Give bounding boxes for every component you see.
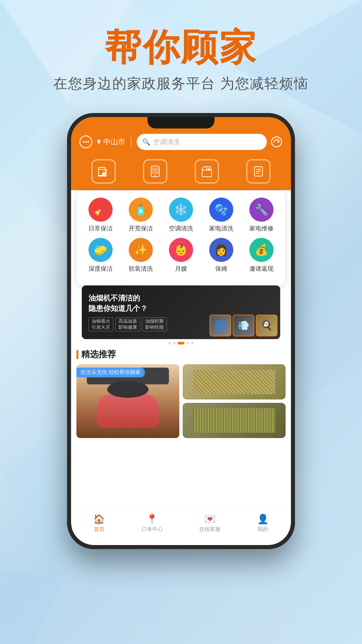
service-nanny[interactable]: 👩 保姆 — [204, 238, 238, 273]
services-card: 🧹 日常保洁 🧴 开荒保洁 ❄️ 空调清洗 — [76, 190, 286, 285]
tab-orders[interactable]: 📍 订单中心 — [141, 514, 163, 533]
orders-circle — [246, 159, 270, 183]
soft-decoration-icon: ✨ — [129, 238, 153, 262]
svg-point-13 — [85, 141, 87, 143]
deep-cleaning-label: 深度保洁 — [88, 265, 113, 273]
hero-subtitle: 在您身边的家政服务平台 为您减轻烦恼 — [53, 74, 309, 93]
featured-right-images — [183, 364, 286, 438]
search-bar[interactable]: 🔍 空调清洗 — [137, 134, 267, 150]
tab-service-label: 在线客服 — [199, 526, 221, 533]
banner-dots — [76, 342, 286, 344]
location-text: 中山市 — [103, 137, 125, 147]
service-maternity[interactable]: 👶 月嫂 — [164, 238, 198, 273]
soft-decoration-label: 软装清洗 — [129, 265, 153, 273]
banner-tag-2: 高温油蒸影响健康 — [115, 317, 140, 331]
service-icon: 💌 — [204, 514, 216, 525]
featured-section: 精选推荐 — [71, 346, 291, 441]
ac-clean-label: 空调清洗 — [169, 224, 193, 232]
svg-point-21 — [208, 168, 210, 170]
phone-screen: 中山市 🔍 空调清洗 — [71, 117, 291, 545]
deep-cleaning-icon: 🧽 — [88, 238, 113, 262]
location-display[interactable]: 中山市 — [96, 137, 125, 147]
banner-title: 油烟机不清洁的隐患你知道几个？ — [88, 293, 167, 314]
banner-image-1: 🌀 — [209, 315, 231, 336]
banner-tag-1: 油锅着火引发火灾 — [88, 317, 113, 331]
featured-left-label: 生活乐无忧 轻松帮你顾家 — [76, 368, 145, 377]
appliance-clean-icon: 🫧 — [209, 198, 233, 222]
tab-service[interactable]: 💌 在线客服 — [199, 514, 221, 533]
service-referral[interactable]: 💰 邀请返现 — [245, 238, 278, 273]
featured-main-image[interactable]: 生活乐无忧 轻松帮你顾家 — [76, 364, 179, 438]
nav-icons-row — [71, 155, 291, 190]
section-accent — [76, 350, 78, 359]
hero-title: 帮你顾家 — [105, 27, 257, 67]
service-appliance-clean[interactable]: 🫧 家电清洗 — [204, 198, 238, 232]
svg-marker-9 — [0, 570, 67, 644]
referral-icon: 💰 — [249, 238, 274, 262]
home-icon: 🏠 — [93, 514, 105, 525]
tab-home-label: 首页 — [94, 526, 105, 533]
refresh-icon[interactable] — [270, 136, 283, 148]
svg-point-19 — [155, 175, 156, 176]
service-ac-clean[interactable]: ❄️ 空调清洗 — [164, 198, 198, 232]
tab-orders-label: 订单中心 — [141, 526, 163, 533]
nav-icon-favorites[interactable] — [92, 159, 116, 183]
nav-icon-mobile[interactable] — [143, 159, 167, 183]
featured-grid: 生活乐无忧 轻松帮你顾家 — [76, 364, 286, 438]
service-soft-decoration[interactable]: ✨ 软装清洗 — [124, 238, 158, 273]
tab-profile[interactable]: 👤 我的 — [257, 514, 269, 533]
search-placeholder: 空调清洗 — [153, 138, 180, 147]
featured-right-bottom[interactable] — [183, 403, 286, 438]
maternity-label: 月嫂 — [175, 265, 187, 273]
daily-cleaning-label: 日常保洁 — [88, 224, 113, 232]
deep-clean-icon: 🧴 — [129, 198, 153, 222]
svg-point-14 — [87, 141, 89, 143]
dot-5 — [191, 342, 194, 344]
services-row-1: 🧹 日常保洁 🧴 开荒保洁 ❄️ 空调清洗 — [80, 198, 282, 232]
service-daily-cleaning[interactable]: 🧹 日常保洁 — [84, 198, 117, 232]
dot-4 — [186, 342, 189, 344]
section-title: 精选推荐 — [81, 348, 116, 360]
banner-tags: 油锅着火引发火灾 高温油蒸影响健康 油烟积聚影响性能 — [88, 317, 167, 331]
dot-3-active — [178, 342, 184, 344]
banner-text: 油烟机不清洁的隐患你知道几个？ 油锅着火引发火灾 高温油蒸影响健康 油烟积聚影响… — [82, 286, 174, 338]
svg-point-15 — [272, 137, 282, 147]
banner-image-2: 💨 — [233, 315, 254, 336]
maternity-icon: 👶 — [169, 238, 193, 262]
appliance-clean-label: 家电清洗 — [209, 224, 233, 232]
deep-clean-label: 开荒保洁 — [129, 224, 153, 232]
profile-icon: 👤 — [257, 514, 269, 525]
services-row-2: 🧽 深度保洁 ✨ 软装清洗 👶 月嫂 — [80, 238, 282, 273]
referral-label: 邀请返现 — [249, 265, 274, 273]
svg-rect-18 — [152, 167, 159, 174]
nanny-label: 保姆 — [215, 265, 227, 273]
bottom-tab-bar: 🏠 首页 📍 订单中心 💌 在线客服 👤 我的 — [75, 509, 287, 541]
service-deep-clean[interactable]: 🧴 开荒保洁 — [124, 198, 158, 232]
favorites-circle — [92, 159, 116, 183]
header-divider — [131, 137, 131, 147]
banner-section[interactable]: 油烟机不清洁的隐患你知道几个？ 油锅着火引发火灾 高温油蒸影响健康 油烟积聚影响… — [82, 285, 280, 339]
nav-icon-orders[interactable] — [246, 159, 270, 183]
nav-icon-store[interactable] — [195, 159, 219, 183]
svg-point-12 — [83, 141, 84, 143]
store-circle — [195, 159, 219, 183]
tab-profile-label: 我的 — [257, 526, 268, 533]
banner-image-3: 🍳 — [256, 315, 278, 336]
featured-right-top[interactable] — [183, 364, 286, 399]
scroll-container[interactable]: 中山市 🔍 空调清洗 — [71, 117, 291, 545]
appliance-repair-label: 家电维修 — [249, 224, 274, 232]
chat-icon[interactable] — [79, 135, 93, 149]
section-title-bar: 精选推荐 — [76, 348, 286, 360]
ac-clean-icon: ❄️ — [169, 198, 193, 222]
banner-tag-3: 油烟积聚影响性能 — [142, 317, 167, 331]
phone-frame: 中山市 🔍 空调清洗 — [67, 113, 295, 549]
svg-rect-20 — [202, 170, 212, 177]
mobile-circle — [143, 159, 167, 183]
service-deep-cleaning[interactable]: 🧽 深度保洁 — [84, 238, 117, 273]
service-appliance-repair[interactable]: 🔧 家电维修 — [245, 198, 278, 232]
banner-wrapper: 油烟机不清洁的隐患你知道几个？ 油锅着火引发火灾 高温油蒸影响健康 油烟积聚影响… — [71, 285, 291, 344]
tab-home[interactable]: 🏠 首页 — [93, 514, 105, 533]
phone-notch — [147, 117, 215, 128]
orders-nav-icon: 📍 — [146, 514, 158, 525]
dot-2 — [173, 342, 176, 344]
